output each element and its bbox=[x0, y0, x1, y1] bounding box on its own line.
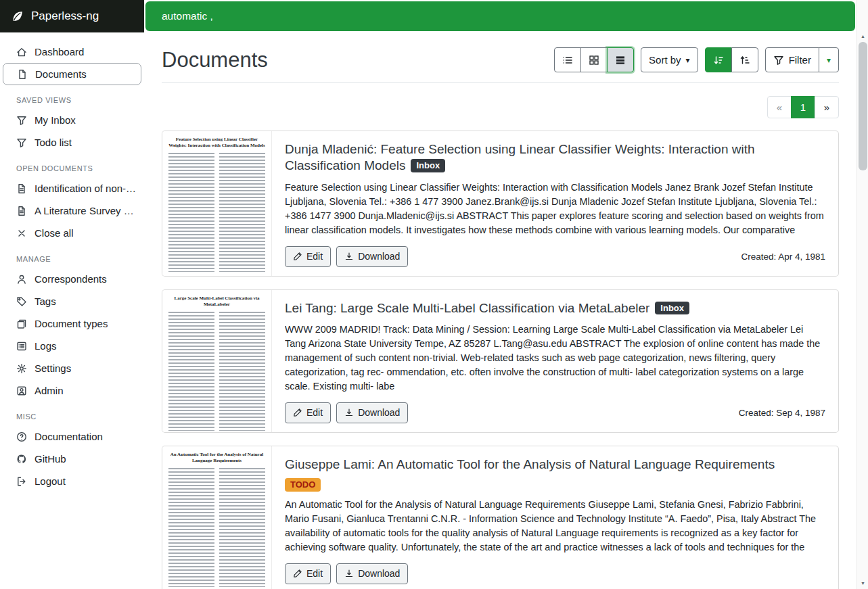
tag-badge-todo[interactable]: TODO bbox=[285, 478, 321, 492]
sidebar-item-open-document-2[interactable]: A Literature Survey on ... bbox=[0, 199, 144, 222]
tag-badge-inbox[interactable]: Inbox bbox=[411, 159, 445, 172]
sort-direction-group bbox=[705, 47, 758, 72]
download-button[interactable]: Download bbox=[336, 246, 408, 267]
sidebar: Paperless-ng Dashboard Documents SAVED V… bbox=[0, 0, 144, 589]
thumbnail-title: An Automatic Tool for the Analysis of Na… bbox=[168, 452, 265, 464]
app-title: Paperless-ng bbox=[31, 9, 99, 23]
list-view-button[interactable] bbox=[554, 47, 581, 72]
pagination-next-button[interactable]: » bbox=[815, 96, 839, 118]
sidebar-item-documentation[interactable]: Documentation bbox=[0, 425, 144, 448]
sidebar-item-label: A Literature Survey on ... bbox=[35, 205, 137, 216]
sidebar-section-misc: MISC bbox=[0, 413, 144, 421]
edit-button[interactable]: Edit bbox=[285, 246, 331, 267]
sidebar-item-dashboard[interactable]: Dashboard bbox=[0, 41, 144, 63]
document-card: Large Scale Multi-Label Classification v… bbox=[162, 289, 839, 433]
card-actions: Edit Download bbox=[285, 563, 408, 584]
caret-down-icon: ▾ bbox=[686, 56, 690, 64]
logs-icon bbox=[16, 341, 27, 352]
sidebar-item-settings[interactable]: Settings bbox=[0, 357, 144, 379]
pagination-prev-button[interactable]: « bbox=[767, 96, 792, 118]
card-footer: Edit Download Created: Sep 4, 1987 bbox=[285, 402, 825, 423]
gear-icon bbox=[16, 363, 27, 374]
edit-label: Edit bbox=[306, 251, 323, 262]
edit-button[interactable]: Edit bbox=[285, 563, 331, 584]
main-content: Documents Sort by ▾ bbox=[144, 32, 856, 589]
pagination: « 1 » bbox=[162, 96, 839, 118]
sidebar-section-saved-views: SAVED VIEWS bbox=[0, 96, 144, 104]
details-view-button[interactable] bbox=[607, 47, 634, 72]
page-title: Documents bbox=[162, 48, 268, 72]
download-icon bbox=[344, 569, 354, 578]
sidebar-item-label: My Inbox bbox=[35, 114, 76, 126]
sort-by-button[interactable]: Sort by ▾ bbox=[641, 47, 698, 72]
sidebar-item-documents[interactable]: Documents bbox=[3, 63, 141, 85]
file-text-icon bbox=[16, 183, 27, 194]
sidebar-item-label: Close all bbox=[35, 227, 74, 239]
page-header: Documents Sort by ▾ bbox=[162, 47, 839, 72]
vertical-scrollbar: ▲ ▼ bbox=[856, 0, 868, 589]
sidebar-item-admin[interactable]: Admin bbox=[0, 379, 144, 402]
admin-icon bbox=[16, 385, 27, 396]
sidebar-item-document-types[interactable]: Document types bbox=[0, 312, 144, 335]
sidebar-item-label: Documents bbox=[35, 68, 87, 80]
sidebar-section-open-documents: OPEN DOCUMENTS bbox=[0, 164, 144, 172]
sidebar-item-label: Logout bbox=[35, 475, 66, 487]
details-view-icon bbox=[615, 55, 626, 66]
funnel-icon bbox=[16, 137, 27, 148]
scrollbar-thumb[interactable] bbox=[859, 42, 867, 170]
sidebar-item-github[interactable]: GitHub bbox=[0, 448, 144, 470]
sidebar-item-my-inbox[interactable]: My Inbox bbox=[0, 109, 144, 131]
download-button[interactable]: Download bbox=[336, 402, 408, 423]
sidebar-item-open-document-1[interactable]: Identification of non-fu... bbox=[0, 177, 144, 199]
sidebar-item-todo-list[interactable]: Todo list bbox=[0, 131, 144, 154]
sort-ascending-button[interactable] bbox=[731, 47, 758, 72]
sidebar-item-logs[interactable]: Logs bbox=[0, 335, 144, 357]
sidebar-item-label: Documentation bbox=[35, 431, 103, 442]
document-title-link[interactable]: Lei Tang: Large Scale Multi-Label Classi… bbox=[285, 301, 649, 315]
filter-label: Filter bbox=[789, 54, 811, 66]
sidebar-item-close-all[interactable]: Close all bbox=[0, 222, 144, 244]
document-card: Feature Selection using Linear Classifie… bbox=[162, 131, 839, 277]
document-card-body: Lei Tang: Large Scale Multi-Label Classi… bbox=[272, 290, 838, 432]
sidebar-item-label: Settings bbox=[35, 362, 71, 374]
person-icon bbox=[16, 274, 27, 285]
sidebar-item-correspondents[interactable]: Correspondents bbox=[0, 268, 144, 290]
document-title-link[interactable]: Dunja Mladenić: Feature Selection using … bbox=[285, 142, 755, 172]
scrollbar-up-arrow[interactable]: ▲ bbox=[857, 31, 868, 41]
search-input[interactable] bbox=[160, 9, 840, 23]
download-button[interactable]: Download bbox=[336, 563, 408, 584]
top-navbar bbox=[144, 0, 856, 32]
thumbnail-title: Large Scale Multi-Label Classification v… bbox=[168, 296, 265, 308]
document-title-link[interactable]: Giuseppe Lami: An Automatic Tool for the… bbox=[285, 457, 775, 471]
document-excerpt: WWW 2009 MADRID! Track: Data Mining / Se… bbox=[285, 323, 825, 394]
filter-dropdown-button[interactable]: ▾ bbox=[819, 47, 839, 72]
filter-button[interactable]: Filter bbox=[765, 47, 819, 72]
grid-view-button[interactable] bbox=[580, 47, 608, 72]
edit-label: Edit bbox=[306, 407, 323, 418]
sidebar-item-label: Dashboard bbox=[35, 46, 84, 57]
download-label: Download bbox=[358, 251, 400, 262]
document-thumbnail[interactable]: An Automatic Tool for the Analysis of Na… bbox=[162, 446, 272, 589]
edit-button[interactable]: Edit bbox=[285, 402, 331, 423]
thumbnail-text-lines bbox=[168, 153, 265, 272]
thumbnail-text-lines bbox=[168, 312, 265, 431]
document-thumbnail[interactable]: Large Scale Multi-Label Classification v… bbox=[162, 290, 272, 432]
sidebar-item-label: Correspondents bbox=[35, 273, 107, 285]
download-label: Download bbox=[358, 568, 400, 579]
document-card-body: Dunja Mladenić: Feature Selection using … bbox=[272, 131, 838, 276]
funnel-icon bbox=[16, 115, 27, 126]
pencil-icon bbox=[293, 408, 302, 417]
document-types-icon bbox=[16, 319, 27, 329]
document-thumbnail[interactable]: Feature Selection using Linear Classifie… bbox=[162, 131, 272, 276]
sidebar-item-tags[interactable]: Tags bbox=[0, 290, 144, 312]
sidebar-item-logout[interactable]: Logout bbox=[0, 470, 144, 492]
scrollbar-down-arrow[interactable]: ▼ bbox=[857, 578, 868, 588]
search-bar bbox=[145, 1, 855, 31]
file-text-icon bbox=[16, 206, 27, 216]
pagination-page-1-button[interactable]: 1 bbox=[791, 96, 815, 118]
sidebar-item-label: Identification of non-fu... bbox=[35, 183, 137, 194]
sidebar-item-label: GitHub bbox=[35, 453, 66, 465]
tag-badge-inbox[interactable]: Inbox bbox=[655, 302, 689, 315]
sort-descending-button[interactable] bbox=[705, 47, 732, 72]
app-logo[interactable]: Paperless-ng bbox=[0, 0, 144, 32]
